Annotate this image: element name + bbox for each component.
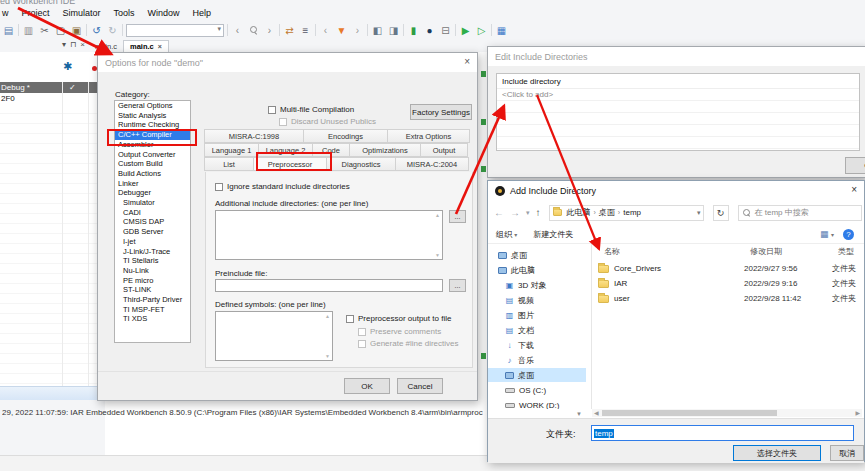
sidebar-scroll-down-icon[interactable]: ▼ — [576, 411, 582, 417]
category-item-st-link[interactable]: ST-LINK — [115, 285, 190, 295]
category-item-build-actions[interactable]: Build Actions — [115, 169, 190, 179]
checkbox-box[interactable] — [215, 183, 223, 191]
scroll-down-icon[interactable]: ▼ — [435, 252, 440, 258]
doc-next-icon[interactable]: ◨ — [387, 24, 400, 37]
toolbar-search-combobox[interactable] — [126, 24, 224, 37]
tab-language-2[interactable]: Language 2 — [258, 143, 313, 157]
menu-item-tools[interactable]: Tools — [114, 8, 135, 18]
checkbox-box[interactable] — [346, 315, 354, 323]
compile-icon[interactable]: ● — [423, 24, 436, 37]
bookmark-list-icon[interactable]: ≡ — [299, 24, 312, 37]
category-item-linker[interactable]: Linker — [115, 179, 190, 189]
make-icon[interactable]: ▮ — [407, 24, 420, 37]
sidebar-item-1[interactable]: 此电脑 — [488, 263, 586, 277]
menu-item-partial[interactable]: w — [2, 8, 9, 18]
forward-icon[interactable]: → — [510, 207, 520, 218]
multi-file-compilation-checkbox[interactable]: Multi-file Compilation — [268, 105, 354, 114]
browse-additional-includes-button[interactable]: ... — [449, 210, 466, 223]
debug-without-download-icon[interactable]: ▷ — [475, 24, 488, 37]
scroll-up-icon[interactable]: ▲ — [435, 212, 440, 218]
factory-settings-button[interactable]: Factory Settings — [410, 104, 472, 120]
find-icon[interactable] — [247, 24, 260, 37]
cut-icon[interactable]: ✂ — [38, 24, 51, 37]
options-dialog-titlebar[interactable]: Options for node "demo" — [98, 53, 477, 72]
redo-icon[interactable]: ↻ — [106, 24, 119, 37]
category-item-debugger[interactable]: Debugger — [115, 188, 190, 198]
save-icon[interactable]: ▤ — [2, 24, 15, 37]
doc-prev-icon[interactable]: ◧ — [371, 24, 384, 37]
tab-misra-c-2004[interactable]: MISRA-C:2004 — [395, 157, 469, 171]
additional-includes-textarea[interactable]: ▲ ▼ — [215, 210, 443, 260]
preinclude-file-input[interactable] — [215, 279, 443, 292]
swap-icon[interactable]: ⇄ — [283, 24, 296, 37]
file-row-Core_Drivers[interactable]: Core_Drivers2022/9/27 9:56文件夹 — [598, 263, 864, 274]
help-icon[interactable]: ? — [843, 229, 854, 240]
paste-icon[interactable]: ▣ — [70, 24, 83, 37]
breadcrumb-item-0[interactable]: 此电脑 — [567, 207, 591, 218]
category-item-general-options[interactable]: General Options — [115, 101, 190, 111]
sidebar-item-4[interactable]: ▥图片 — [488, 308, 586, 322]
category-item-pe-micro[interactable]: PE micro — [115, 276, 190, 286]
category-item-ti-msp-fet[interactable]: TI MSP-FET — [115, 305, 190, 315]
download-debug-icon[interactable]: ▶ — [459, 24, 472, 37]
breakpoint-shield-icon[interactable]: ▼ — [335, 24, 348, 37]
stop-build-icon[interactable]: ⊟ — [439, 24, 452, 37]
view-mode-icon[interactable]: ▦ ▾ — [820, 229, 834, 239]
sidebar-item-9[interactable]: OS (C:) — [488, 383, 586, 397]
select-folder-button[interactable]: 选择文件夹 — [733, 445, 821, 461]
category-item-assembler[interactable]: Assembler — [115, 140, 190, 150]
add-dialog-titlebar[interactable]: Add Include Directory — [488, 181, 864, 200]
close-icon[interactable]: × — [158, 43, 162, 50]
category-item-nu-link[interactable]: Nu-Link — [115, 266, 190, 276]
sidebar-item-8[interactable]: 桌面 — [488, 368, 586, 382]
workspace-tab-strip[interactable] — [0, 386, 104, 400]
tab-language-1[interactable]: Language 1 — [204, 143, 259, 157]
chevron-down-icon[interactable]: ▾ — [62, 40, 66, 52]
category-item-ti-stellaris[interactable]: TI Stellaris — [115, 256, 190, 266]
organize-button[interactable]: 组织 ▾ — [496, 229, 517, 240]
prev-bookmark-icon[interactable]: ‹ — [319, 24, 332, 37]
menu-item-project[interactable]: Project — [22, 8, 50, 18]
ok-button[interactable]: OK — [845, 157, 865, 174]
scroll-right-icon[interactable]: ▶ — [855, 409, 860, 416]
print-icon[interactable]: ▥ — [22, 24, 35, 37]
click-to-add-row[interactable]: <Click to add> — [497, 89, 859, 101]
close-icon[interactable]: × — [851, 184, 857, 196]
breadcrumb-dropdown-icon[interactable]: ▾ — [697, 209, 701, 217]
category-item-cmsis-dap[interactable]: CMSIS DAP — [115, 217, 190, 227]
sidebar-item-5[interactable]: ▤文档 — [488, 323, 586, 337]
category-item-cadi[interactable]: CADI — [115, 208, 190, 218]
tab-code[interactable]: Code — [312, 143, 350, 157]
category-item-static-analysis[interactable]: Static Analysis — [115, 111, 190, 121]
close-icon[interactable]: × — [464, 56, 470, 68]
category-item-c-c-compiler[interactable]: C/C++ Compiler — [115, 130, 190, 140]
tab-encodings[interactable]: Encodings — [303, 129, 388, 143]
tab-extra-options[interactable]: Extra Options — [387, 129, 470, 143]
column-header-0[interactable]: 名称 — [604, 246, 620, 257]
tab-optimizations[interactable]: Optimizations — [349, 143, 421, 157]
sidebar-item-2[interactable]: ▣3D 对象 — [488, 278, 586, 292]
ignore-standard-includes-checkbox[interactable]: Ignore standard include directories — [215, 182, 350, 191]
workspace-device-row[interactable]: 2F0 — [1, 94, 15, 103]
preprocessor-output-checkbox[interactable]: Preprocessor output to file — [346, 314, 451, 323]
column-header-2[interactable]: 类型 — [838, 246, 854, 257]
category-item-i-jet[interactable]: I-jet — [115, 237, 190, 247]
edit-dialog-titlebar[interactable]: Edit Include Directories — [488, 47, 865, 66]
tab-misra-c-1998[interactable]: MISRA-C:1998 — [204, 129, 304, 143]
nav-forward-icon[interactable]: › — [263, 24, 276, 37]
sidebar-item-3[interactable]: ▤视频 — [488, 293, 586, 307]
refresh-icon[interactable]: ↻ — [713, 205, 729, 221]
breadcrumb-item-1[interactable]: 桌面 — [599, 207, 615, 218]
breadcrumb-item-2[interactable]: temp — [623, 208, 641, 217]
cancel-button[interactable]: 取消 — [830, 445, 864, 461]
menu-item-help[interactable]: Help — [193, 8, 212, 18]
ok-button[interactable]: OK — [344, 378, 390, 394]
copy-icon[interactable]: ▢ — [54, 24, 67, 37]
tab-list[interactable]: List — [204, 157, 254, 171]
browse-preinclude-button[interactable]: ... — [449, 279, 466, 292]
next-bookmark-icon[interactable]: › — [351, 24, 364, 37]
sidebar-item-0[interactable]: 桌面 — [488, 248, 586, 262]
category-item-j-link-j-trace[interactable]: J-Link/J-Trace — [115, 247, 190, 257]
up-icon[interactable]: ↑ — [536, 207, 541, 218]
category-item-gdb-server[interactable]: GDB Server — [115, 227, 190, 237]
